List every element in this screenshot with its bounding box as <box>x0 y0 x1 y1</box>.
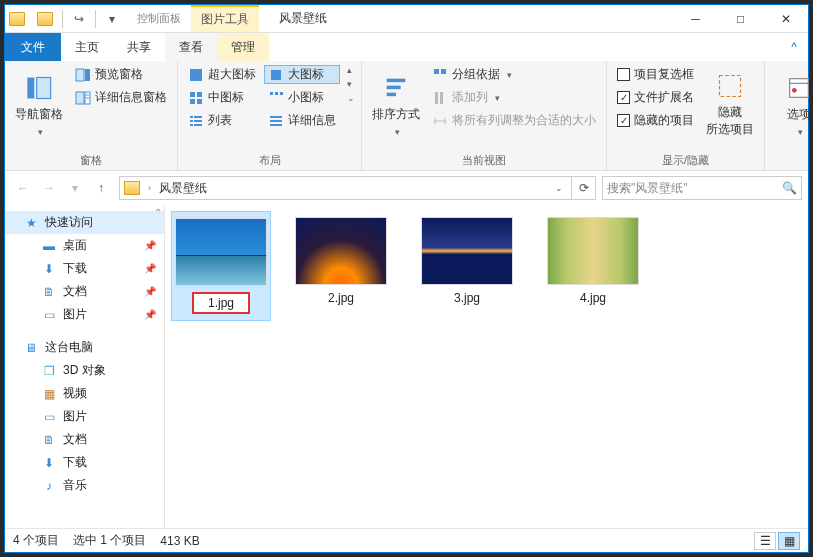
sort-by-button[interactable]: 排序方式 ▾ <box>368 65 424 145</box>
redo-icon[interactable]: ↪ <box>68 8 90 30</box>
hidden-items-toggle[interactable]: 隐藏的项目 <box>613 111 698 130</box>
menu-home[interactable]: 主页 <box>61 33 113 61</box>
svg-point-35 <box>792 88 797 93</box>
search-placeholder: 搜索"风景壁纸" <box>607 180 688 197</box>
recent-locations-button[interactable]: ▾ <box>63 176 87 200</box>
svg-rect-1 <box>37 77 51 98</box>
maximize-button[interactable]: □ <box>718 5 763 33</box>
layout-large[interactable]: 大图标 <box>264 65 340 84</box>
group-label-showhide: 显示/隐藏 <box>613 151 758 168</box>
folder-icon <box>124 181 140 195</box>
up-button[interactable]: ↑ <box>89 176 113 200</box>
chevron-down-icon[interactable]: ⌄ <box>551 183 567 193</box>
tree-videos[interactable]: ▦视频 <box>5 382 164 405</box>
tree-3d-objects[interactable]: ❒3D 对象 <box>5 359 164 382</box>
folder-icon[interactable] <box>37 12 53 26</box>
menu-view[interactable]: 查看 <box>165 33 217 61</box>
collapse-ribbon-button[interactable]: ^ <box>780 33 808 61</box>
svg-rect-23 <box>270 116 282 118</box>
tree-downloads-label: 下载 <box>63 260 87 277</box>
file-item[interactable]: 2.jpg <box>291 217 391 305</box>
layout-details[interactable]: 详细信息 <box>264 111 340 130</box>
chevron-down-icon: ▾ <box>395 127 400 137</box>
group-by-button[interactable]: 分组依据▾ <box>428 65 600 84</box>
options-button[interactable]: 选项 ▾ <box>771 65 813 145</box>
file-list[interactable]: 1.jpg 2.jpg 3.jpg 4.jpg <box>165 205 808 528</box>
menu-manage[interactable]: 管理 <box>217 33 269 61</box>
file-name[interactable]: 1.jpg <box>192 292 250 314</box>
address-input[interactable]: › 风景壁纸 ⌄ <box>119 176 572 200</box>
tree-desktop-label: 桌面 <box>63 237 87 254</box>
forward-button[interactable]: → <box>37 176 61 200</box>
layout-small[interactable]: 小图标 <box>264 88 340 107</box>
qat-dropdown-icon[interactable]: ▾ <box>101 8 123 30</box>
tree-pictures[interactable]: ▭图片📌 <box>5 303 164 326</box>
chevron-right-icon[interactable]: › <box>144 183 155 193</box>
tree-desktop[interactable]: ▬桌面📌 <box>5 234 164 257</box>
layout-extra-large-label: 超大图标 <box>208 66 256 83</box>
preview-pane-button[interactable]: 预览窗格 <box>71 65 171 84</box>
search-icon: 🔍 <box>782 181 797 195</box>
tree-music[interactable]: ♪音乐 <box>5 474 164 497</box>
body: ⌃ ★快速访问 ▬桌面📌 ⬇下载📌 🗎文档📌 ▭图片📌 🖥这台电脑 ❒3D 对象… <box>5 205 808 528</box>
svg-rect-10 <box>197 92 202 97</box>
file-item[interactable]: 4.jpg <box>543 217 643 305</box>
svg-rect-19 <box>271 70 281 80</box>
picture-icon: ▭ <box>41 307 57 323</box>
pin-icon: 📌 <box>144 309 156 320</box>
layout-extra-large[interactable]: 超大图标 <box>184 65 260 84</box>
menu-share[interactable]: 共享 <box>113 33 165 61</box>
hide-selected-button[interactable]: 隐藏 所选项目 <box>702 65 758 145</box>
tree-videos-label: 视频 <box>63 385 87 402</box>
svg-rect-34 <box>790 78 809 97</box>
item-checkboxes-toggle[interactable]: 项目复选框 <box>613 65 698 84</box>
collapse-tree-icon[interactable]: ⌃ <box>154 207 162 218</box>
file-item[interactable]: 1.jpg <box>171 211 271 321</box>
tree-this-pc[interactable]: 🖥这台电脑 <box>5 336 164 359</box>
tree-downloads[interactable]: ⬇下载📌 <box>5 257 164 280</box>
separator <box>62 10 63 28</box>
layout-medium[interactable]: 中图标 <box>184 88 260 107</box>
pc-icon: 🖥 <box>23 340 39 356</box>
tree-documents2[interactable]: 🗎文档 <box>5 428 164 451</box>
options-icon <box>785 74 813 102</box>
quick-access-toolbar: ↪ ▾ <box>29 8 127 30</box>
file-ext-toggle[interactable]: 文件扩展名 <box>613 88 698 107</box>
titlebar: ↪ ▾ 控制面板 图片工具 风景壁纸 ─ □ ✕ <box>5 5 808 33</box>
close-button[interactable]: ✕ <box>763 5 808 33</box>
nav-tree: ⌃ ★快速访问 ▬桌面📌 ⬇下载📌 🗎文档📌 ▭图片📌 🖥这台电脑 ❒3D 对象… <box>5 205 165 528</box>
window-title: 风景壁纸 <box>259 5 673 32</box>
add-columns-label: 添加列 <box>452 89 488 106</box>
svg-rect-3 <box>85 69 90 81</box>
view-details-toggle[interactable]: ☰ <box>754 532 776 550</box>
layout-small-label: 小图标 <box>288 89 324 106</box>
tree-quick-access[interactable]: ★快速访问 <box>5 211 164 234</box>
view-thumbnails-toggle[interactable]: ▦ <box>778 532 800 550</box>
expand-icon[interactable]: ⌄ <box>347 93 355 103</box>
scroll-down-icon[interactable]: ▾ <box>347 79 355 89</box>
group-by-label: 分组依据 <box>452 66 500 83</box>
refresh-button[interactable]: ⟳ <box>572 176 596 200</box>
thumbnail-image <box>421 217 513 285</box>
checkbox-icon <box>617 68 630 81</box>
details-pane-button[interactable]: 详细信息窗格 <box>71 88 171 107</box>
size-columns-button: 将所有列调整为合适的大小 <box>428 111 600 130</box>
menu-file[interactable]: 文件 <box>5 33 61 61</box>
tree-quick-access-label: 快速访问 <box>45 214 93 231</box>
search-input[interactable]: 搜索"风景壁纸" 🔍 <box>602 176 802 200</box>
minimize-button[interactable]: ─ <box>673 5 718 33</box>
nav-pane-button[interactable]: 导航窗格 ▾ <box>11 65 67 145</box>
menubar: 文件 主页 共享 查看 管理 ^ <box>5 33 808 61</box>
group-by-icon <box>432 67 448 83</box>
tree-downloads2[interactable]: ⬇下载 <box>5 451 164 474</box>
group-label-empty <box>771 154 813 168</box>
scroll-up-icon[interactable]: ▴ <box>347 65 355 75</box>
layout-list[interactable]: 列表 <box>184 111 260 130</box>
tree-documents[interactable]: 🗎文档📌 <box>5 280 164 303</box>
back-button[interactable]: ← <box>11 176 35 200</box>
cube-icon: ❒ <box>41 363 57 379</box>
tree-pictures2[interactable]: ▭图片 <box>5 405 164 428</box>
svg-rect-24 <box>270 120 282 122</box>
breadcrumb[interactable]: 风景壁纸 <box>159 180 207 197</box>
file-item[interactable]: 3.jpg <box>417 217 517 305</box>
